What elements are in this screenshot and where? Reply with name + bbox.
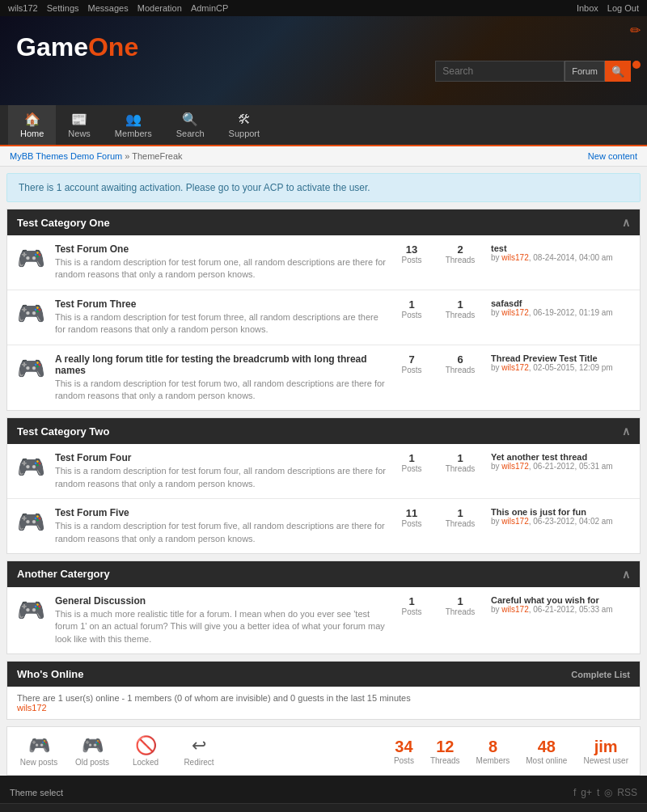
nav-members[interactable]: 👥 Members — [103, 105, 164, 145]
forum-stats-threads: 1 Threads — [436, 452, 484, 473]
forum-title[interactable]: Test Forum One — [55, 243, 129, 255]
forum-title[interactable]: Test Forum Five — [55, 507, 129, 518]
nav-members-label: Members — [115, 129, 152, 138]
forum-stats-posts: 1 Posts — [387, 298, 436, 319]
forum-stats-threads: 6 Threads — [436, 353, 484, 374]
rss-icon[interactable]: RSS — [617, 787, 637, 798]
last-post-user[interactable]: wils172 — [501, 517, 528, 526]
threads-count: 1 — [442, 298, 478, 311]
last-post-user[interactable]: wils172 — [501, 605, 528, 614]
nav-search-label: Search — [176, 129, 205, 138]
breadcrumb: MyBB Themes Demo Forum » ThemeFreak — [10, 151, 183, 161]
last-post-by: by wils172, 06-21-2012, 05:31 am — [491, 462, 630, 471]
last-post-user[interactable]: wils172 — [501, 363, 528, 372]
topbar-user-links: wils172 Settings Messages Moderation Adm… — [8, 3, 228, 13]
forum-stats-posts: 11 Posts — [387, 507, 436, 528]
forum-title[interactable]: General Discussion — [55, 595, 146, 607]
category-3-chevron[interactable]: ∧ — [622, 568, 630, 581]
last-post-user[interactable]: wils172 — [501, 308, 528, 317]
nav-support-label: Support — [229, 129, 260, 138]
old-posts-label: Old posts — [75, 758, 109, 767]
whos-online-header: Who's Online Complete List — [7, 662, 640, 687]
nav-news[interactable]: 📰 News — [56, 105, 103, 145]
forum-title[interactable]: Test Forum Three — [55, 298, 136, 310]
posts-count: 7 — [394, 353, 429, 366]
site-logo[interactable]: GameOne — [16, 32, 138, 62]
forum-last-post: safasdf by wils172, 06-19-2012, 01:19 am — [484, 298, 630, 317]
twitter-icon[interactable]: t — [597, 787, 599, 798]
pencil-icon[interactable]: ✏ — [630, 23, 641, 38]
newest-user-num: jim — [583, 738, 628, 756]
threads-label: Threads — [442, 311, 478, 319]
category-1-title: Test Category One — [17, 217, 110, 229]
total-threads-sub: Threads — [430, 756, 460, 765]
topbar-moderation-link[interactable]: Moderation — [137, 3, 182, 13]
total-posts-num: 34 — [394, 738, 414, 756]
forum-button[interactable]: Forum — [565, 61, 605, 82]
topbar-inbox-link[interactable]: Inbox — [577, 3, 598, 13]
threads-label: Threads — [442, 607, 478, 616]
last-post-date: 06-21-2012, 05:31 am — [533, 462, 612, 471]
threads-count: 1 — [442, 452, 478, 464]
total-members-stat: 8 Members — [476, 738, 510, 765]
news-icon: 📰 — [71, 112, 87, 127]
threads-count: 1 — [442, 507, 478, 519]
forum-title[interactable]: Test Forum Four — [55, 452, 131, 463]
search-button[interactable]: 🔍 — [605, 61, 631, 82]
topbar-settings-link[interactable]: Settings — [47, 3, 79, 13]
forum-info: General Discussion This is a much more r… — [55, 595, 387, 645]
last-post-user[interactable]: wils172 — [501, 253, 528, 262]
last-post-date: 02-05-2015, 12:09 pm — [533, 363, 612, 372]
googleplus-icon[interactable]: g+ — [581, 787, 592, 798]
last-post-user[interactable]: wils172 — [501, 462, 528, 471]
threads-count: 1 — [442, 595, 478, 607]
topbar-logout-link[interactable]: Log Out — [607, 3, 639, 13]
forum-info: Test Forum One This is a random descript… — [55, 243, 387, 281]
last-post-title: Thread Preview Test Title — [491, 353, 630, 363]
topbar-admincp-link[interactable]: AdminCP — [191, 3, 228, 13]
search-input[interactable] — [435, 61, 565, 82]
category-3-header: Another Catergory ∧ — [7, 561, 640, 587]
nav-support[interactable]: 🛠 Support — [217, 106, 273, 145]
forum-row: 🎮 Test Forum Four This is a random descr… — [7, 444, 640, 499]
category-1-chevron[interactable]: ∧ — [622, 216, 630, 229]
support-icon: 🛠 — [238, 112, 251, 127]
members-icon: 👥 — [125, 112, 142, 127]
forum-title[interactable]: A really long forum title for testing th… — [55, 353, 367, 376]
posts-count: 1 — [394, 595, 429, 607]
forum-stats-posts: 7 Posts — [387, 353, 436, 374]
total-members-num: 8 — [476, 738, 510, 756]
last-post-title: Careful what you wish for — [491, 595, 630, 605]
nav-search[interactable]: 🔍 Search — [164, 105, 217, 145]
last-post-date: 08-24-2014, 04:00 am — [533, 253, 612, 262]
breadcrumb-link[interactable]: MyBB Themes Demo Forum — [10, 151, 122, 161]
forum-desc: This is a random description for test fo… — [55, 311, 387, 336]
category-2: Test Category Two ∧ 🎮 Test Forum Four Th… — [6, 417, 641, 554]
forum-stats-threads: 1 Threads — [436, 507, 484, 528]
forum-stats-threads: 2 Threads — [436, 243, 484, 264]
topbar-messages-link[interactable]: Messages — [88, 3, 129, 13]
new-content-link[interactable]: New content — [588, 151, 637, 161]
total-threads-num: 12 — [430, 738, 460, 756]
circle-icon[interactable]: ◎ — [604, 787, 612, 798]
facebook-icon[interactable]: f — [573, 787, 576, 798]
nav-home-label: Home — [20, 129, 44, 138]
category-3-title: Another Catergory — [17, 568, 110, 580]
forum-row: 🎮 Test Forum Three This is a random desc… — [7, 290, 640, 345]
last-post-by: by wils172, 08-24-2014, 04:00 am — [491, 253, 630, 262]
whos-online-status: There are 1 user(s) online - 1 members (… — [17, 693, 411, 703]
forum-info: Test Forum Five This is a random descrip… — [55, 507, 387, 545]
last-post-by: by wils172, 06-21-2012, 05:33 am — [491, 605, 630, 614]
most-online-stat: 48 Most online — [526, 738, 567, 765]
newest-user-sub: Newest user — [583, 756, 628, 765]
complete-list-link[interactable]: Complete List — [571, 670, 630, 679]
whos-online-body: There are 1 user(s) online - 1 members (… — [7, 687, 640, 719]
topbar-username[interactable]: wils172 — [8, 3, 38, 13]
last-post-date: 06-19-2012, 01:19 am — [533, 308, 612, 317]
category-2-chevron[interactable]: ∧ — [622, 425, 630, 438]
whos-online-user[interactable]: wils172 — [17, 703, 47, 713]
stats-bar: 🎮 New posts 🎮 Old posts 🚫 Locked ↩ Redir… — [6, 726, 641, 776]
total-members-sub: Members — [476, 756, 510, 765]
locked-icon-item: 🚫 Locked — [125, 735, 166, 767]
nav-home[interactable]: 🏠 Home — [8, 105, 56, 145]
